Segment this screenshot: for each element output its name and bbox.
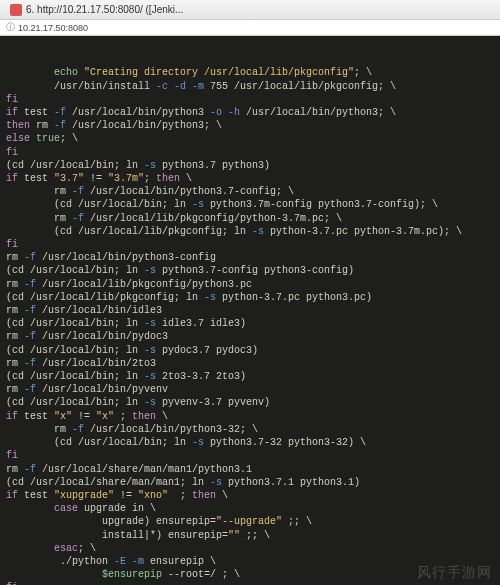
- terminal-line: (cd /usr/local/bin; ln -s idle3.7 idle3): [6, 317, 494, 330]
- terminal-line: (cd /usr/local/bin; ln -s python3.7m-con…: [6, 198, 494, 211]
- terminal-line: if test "x" != "x" ; then \: [6, 410, 494, 423]
- terminal-line: rm -f /usr/local/bin/python3.7-config; \: [6, 185, 494, 198]
- watermark-text: 风行手游网: [417, 566, 492, 579]
- terminal-line: rm -f /usr/local/bin/python3-config: [6, 251, 494, 264]
- terminal-line: install|*) ensurepip="" ;; \: [6, 529, 494, 542]
- browser-tab[interactable]: 6. http://10.21.17.50:8080/ ([Jenki...: [4, 0, 189, 19]
- browser-tab-bar: 6. http://10.21.17.50:8080/ ([Jenki...: [0, 0, 500, 20]
- terminal-line: upgrade) ensurepip="--upgrade" ;; \: [6, 515, 494, 528]
- terminal-line: (cd /usr/local/lib/pkgconfig; ln -s pyth…: [6, 225, 494, 238]
- terminal-line: rm -f /usr/local/bin/python3-32; \: [6, 423, 494, 436]
- terminal-line: (cd /usr/local/share/man/man1; ln -s pyt…: [6, 476, 494, 489]
- terminal-line: rm -f /usr/local/bin/idle3: [6, 304, 494, 317]
- terminal-line: esac; \: [6, 542, 494, 555]
- tab-title: 6. http://10.21.17.50:8080/ ([Jenki...: [26, 4, 183, 15]
- terminal-line: (cd /usr/local/bin; ln -s 2to3-3.7 2to3): [6, 370, 494, 383]
- terminal-line: rm -f /usr/local/bin/2to3: [6, 357, 494, 370]
- terminal-line: fi: [6, 93, 494, 106]
- terminal-line: fi: [6, 449, 494, 462]
- terminal-line: rm -f /usr/local/bin/pydoc3: [6, 330, 494, 343]
- terminal-line: else true; \: [6, 132, 494, 145]
- terminal-line: fi: [6, 146, 494, 159]
- info-icon: ⓘ: [6, 24, 14, 32]
- terminal-line: (cd /usr/local/bin; ln -s python3.7 pyth…: [6, 159, 494, 172]
- terminal-output[interactable]: echo "Creating directory /usr/local/lib/…: [0, 36, 500, 585]
- terminal-line: (cd /usr/local/bin; ln -s pydoc3.7 pydoc…: [6, 344, 494, 357]
- terminal-line: (cd /usr/local/bin; ln -s python3.7-conf…: [6, 264, 494, 277]
- terminal-line: rm -f /usr/local/share/man/man1/python3.…: [6, 463, 494, 476]
- jenkins-icon: [10, 4, 22, 16]
- terminal-line: if test -f /usr/local/bin/python3 -o -h …: [6, 106, 494, 119]
- terminal-line: fi: [6, 238, 494, 251]
- terminal-line: echo "Creating directory /usr/local/lib/…: [6, 66, 494, 79]
- browser-url-bar[interactable]: ⓘ 10.21.17.50:8080: [0, 20, 500, 36]
- terminal-line: rm -f /usr/local/bin/pyvenv: [6, 383, 494, 396]
- terminal-line: (cd /usr/local/bin; ln -s pyvenv-3.7 pyv…: [6, 396, 494, 409]
- terminal-line: case upgrade in \: [6, 502, 494, 515]
- terminal-line: rm -f /usr/local/lib/pkgconfig/python3.p…: [6, 278, 494, 291]
- terminal-line: if test "3.7" != "3.7m"; then \: [6, 172, 494, 185]
- terminal-line: rm -f /usr/local/lib/pkgconfig/python-3.…: [6, 212, 494, 225]
- terminal-line: then rm -f /usr/local/bin/python3; \: [6, 119, 494, 132]
- terminal-line: (cd /usr/local/bin; ln -s python3.7-32 p…: [6, 436, 494, 449]
- terminal-line: (cd /usr/local/lib/pkgconfig; ln -s pyth…: [6, 291, 494, 304]
- terminal-line: /usr/bin/install -c -d -m 755 /usr/local…: [6, 80, 494, 93]
- terminal-line: fi: [6, 581, 494, 585]
- terminal-line: if test "xupgrade" != "xno" ; then \: [6, 489, 494, 502]
- url-text: 10.21.17.50:8080: [18, 23, 88, 33]
